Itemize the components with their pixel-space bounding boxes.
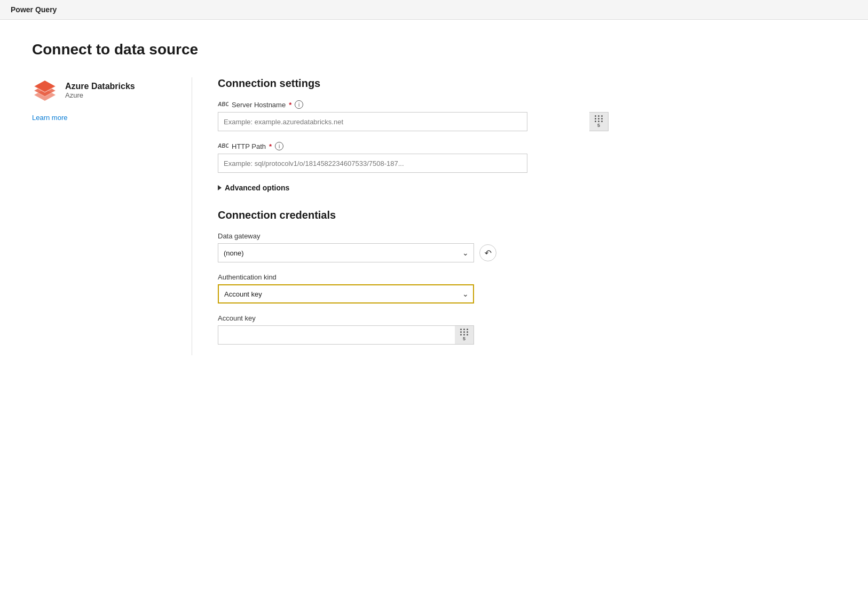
data-gateway-group: Data gateway (none) ⌄ ↷ bbox=[218, 232, 609, 262]
auth-kind-label: Authentication kind bbox=[218, 273, 609, 281]
credentials-section-title: Connection credentials bbox=[218, 209, 609, 221]
connector-info: Azure Databricks Azure bbox=[32, 77, 135, 103]
learn-more-link[interactable]: Learn more bbox=[32, 114, 67, 122]
connection-settings-title: Connection settings bbox=[218, 77, 609, 90]
advanced-options[interactable]: Advanced options bbox=[218, 183, 609, 192]
svg-text:ABC: ABC bbox=[218, 101, 228, 107]
http-path-input[interactable] bbox=[218, 154, 527, 173]
dot-grid-account-key bbox=[460, 329, 469, 336]
connector-platform: Azure bbox=[65, 91, 135, 99]
left-panel: Azure Databricks Azure Learn more bbox=[32, 77, 192, 355]
server-hostname-input-wrapper: 5 bbox=[218, 112, 609, 131]
svg-text:ABC: ABC bbox=[218, 143, 228, 149]
http-path-label: ABC HTTP Path * i bbox=[218, 142, 609, 150]
account-key-input[interactable] bbox=[218, 325, 474, 345]
chevron-right-icon bbox=[218, 185, 222, 190]
credentials-section: Connection credentials Data gateway (non… bbox=[218, 209, 609, 345]
server-hostname-group: ABC Server Hostname * i bbox=[218, 100, 609, 131]
connector-logo bbox=[32, 77, 58, 103]
auth-kind-select-wrapper: Account key Username / Password OAuth ⌄ bbox=[218, 284, 474, 304]
account-key-icon-btn[interactable]: 5 bbox=[455, 325, 474, 345]
required-star-hostname: * bbox=[289, 101, 291, 109]
info-icon-hostname[interactable]: i bbox=[295, 100, 303, 109]
server-hostname-input[interactable] bbox=[218, 112, 527, 131]
abc-icon-hostname: ABC bbox=[218, 100, 228, 109]
account-key-label: Account key bbox=[218, 314, 609, 322]
account-key-group: Account key 5 bbox=[218, 314, 609, 345]
data-gateway-select[interactable]: (none) bbox=[218, 243, 474, 262]
connector-text: Azure Databricks Azure bbox=[65, 82, 135, 99]
account-key-input-wrapper: 5 bbox=[218, 325, 474, 345]
page-title: Connect to data source bbox=[32, 41, 609, 58]
connector-name: Azure Databricks bbox=[65, 82, 135, 91]
auth-kind-group: Authentication kind Account key Username… bbox=[218, 273, 609, 304]
data-gateway-text: Data gateway bbox=[218, 232, 261, 240]
server-hostname-icon-btn[interactable]: 5 bbox=[589, 112, 609, 131]
server-hostname-text: Server Hostname bbox=[232, 101, 286, 109]
auth-kind-select[interactable]: Account key Username / Password OAuth bbox=[218, 284, 474, 304]
info-icon-http[interactable]: i bbox=[275, 142, 283, 150]
abc-icon-http: ABC bbox=[218, 142, 228, 150]
app-title: Power Query bbox=[11, 5, 57, 14]
http-path-input-wrapper bbox=[218, 154, 609, 173]
data-gateway-label: Data gateway bbox=[218, 232, 609, 240]
http-path-text: HTTP Path bbox=[232, 142, 266, 150]
server-hostname-label: ABC Server Hostname * i bbox=[218, 100, 609, 109]
auth-kind-text: Authentication kind bbox=[218, 273, 277, 281]
account-key-text: Account key bbox=[218, 314, 256, 322]
http-path-group: ABC HTTP Path * i bbox=[218, 142, 609, 173]
advanced-options-label: Advanced options bbox=[225, 183, 289, 192]
top-bar: Power Query bbox=[0, 0, 868, 20]
refresh-button[interactable]: ↷ bbox=[479, 244, 496, 261]
dot-grid-hostname bbox=[595, 115, 603, 122]
right-panel: Connection settings ABC Server Hostname … bbox=[192, 77, 609, 355]
data-gateway-row: (none) ⌄ ↷ bbox=[218, 243, 609, 262]
data-gateway-select-wrapper: (none) ⌄ bbox=[218, 243, 474, 262]
required-star-http: * bbox=[269, 142, 272, 150]
refresh-icon: ↷ bbox=[485, 248, 492, 258]
